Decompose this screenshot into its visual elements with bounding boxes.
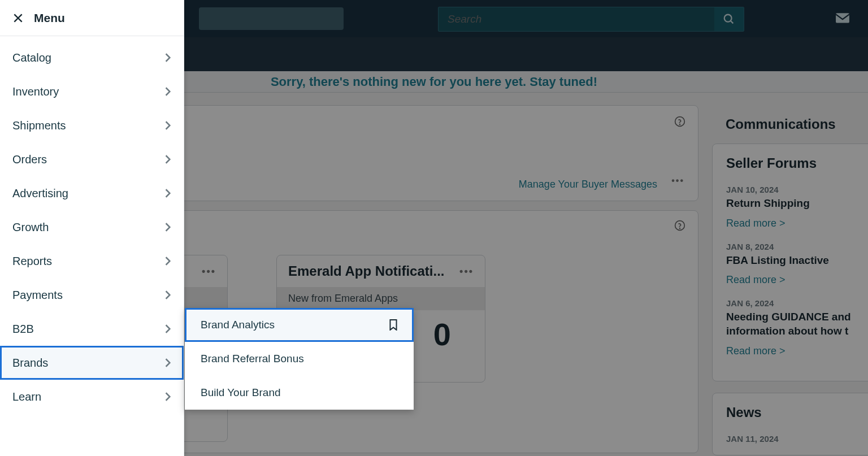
bookmark-icon[interactable] — [389, 319, 398, 331]
chevron-right-icon — [164, 120, 171, 131]
sidebar-item-label: Payments — [12, 289, 63, 302]
sidebar-item-orders[interactable]: Orders — [0, 142, 184, 176]
menu-header: Menu — [0, 0, 184, 36]
sidebar-item-label: Shipments — [12, 119, 66, 132]
sidebar-item-label: Brands — [12, 357, 48, 370]
main-menu: Menu CatalogInventoryShipmentsOrdersAdve… — [0, 0, 184, 456]
sidebar-item-inventory[interactable]: Inventory — [0, 75, 184, 108]
chevron-right-icon — [164, 392, 171, 402]
sidebar-item-brands[interactable]: Brands — [0, 346, 184, 380]
sidebar-item-label: B2B — [12, 323, 34, 336]
chevron-right-icon — [164, 358, 171, 368]
flyout-item-label: Brand Referral Bonus — [201, 353, 304, 365]
flyout-item-label: Brand Analytics — [201, 319, 275, 331]
sidebar-item-b2b[interactable]: B2B — [0, 312, 184, 346]
chevron-right-icon — [164, 154, 171, 164]
sidebar-item-label: Inventory — [12, 85, 59, 98]
sidebar-item-label: Reports — [12, 255, 52, 268]
chevron-right-icon — [164, 256, 171, 266]
sidebar-item-payments[interactable]: Payments — [0, 278, 184, 312]
chevron-right-icon — [164, 86, 171, 97]
flyout-item-brand-referral-bonus[interactable]: Brand Referral Bonus — [185, 342, 414, 376]
chevron-right-icon — [164, 53, 171, 63]
sidebar-item-label: Learn — [12, 390, 41, 403]
sidebar-item-catalog[interactable]: Catalog — [0, 41, 184, 75]
flyout-item-build-your-brand[interactable]: Build Your Brand — [185, 376, 414, 410]
sidebar-item-shipments[interactable]: Shipments — [0, 108, 184, 142]
brands-flyout: Brand AnalyticsBrand Referral BonusBuild… — [185, 308, 414, 410]
sidebar-item-reports[interactable]: Reports — [0, 244, 184, 278]
flyout-item-label: Build Your Brand — [201, 386, 281, 399]
chevron-right-icon — [164, 188, 171, 198]
sidebar-item-learn[interactable]: Learn — [0, 380, 184, 414]
close-icon[interactable] — [12, 12, 24, 24]
sidebar-item-label: Growth — [12, 221, 49, 234]
menu-list: CatalogInventoryShipmentsOrdersAdvertisi… — [0, 36, 184, 418]
chevron-right-icon — [164, 324, 171, 334]
sidebar-item-label: Catalog — [12, 51, 51, 64]
chevron-right-icon — [164, 290, 171, 300]
sidebar-item-label: Orders — [12, 153, 47, 166]
sidebar-item-label: Advertising — [12, 187, 68, 200]
sidebar-item-growth[interactable]: Growth — [0, 210, 184, 244]
menu-label: Menu — [34, 11, 65, 25]
chevron-right-icon — [164, 222, 171, 232]
flyout-item-brand-analytics[interactable]: Brand Analytics — [185, 308, 414, 342]
sidebar-item-advertising[interactable]: Advertising — [0, 176, 184, 210]
